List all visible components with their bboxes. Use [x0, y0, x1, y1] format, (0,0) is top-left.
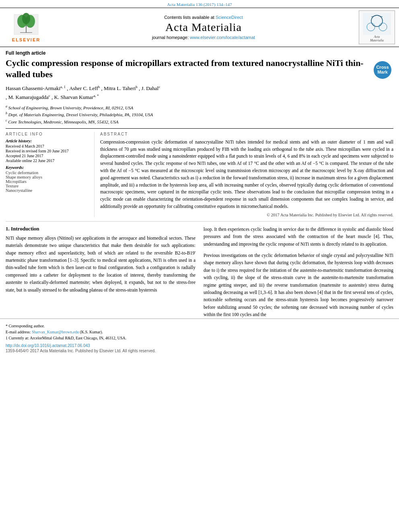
body-left-col: 1. Introduction NiTi shape memory alloys… — [6, 226, 195, 318]
homepage-url[interactable]: www.elsevier.com/locate/actamat — [190, 35, 255, 40]
keyword-item: Shape memory alloys — [6, 175, 88, 179]
affiliations-section: a School of Engineering, Brown Universit… — [0, 103, 399, 128]
abstract-text: Compression-compression cyclic deformati… — [100, 139, 393, 210]
footnote-affil1: 1 Currently at: ArcelorMittal Global R&D… — [6, 335, 393, 341]
journal-title-big: Acta Materialia — [52, 21, 355, 34]
crossmark-logo: Cross Mark — [372, 60, 393, 82]
acta-materialia-logo: ActaMaterialia — [359, 10, 395, 44]
acta-logo-icon — [363, 13, 391, 35]
author2-sup: b — [98, 85, 100, 89]
received-date: Received 4 March 2017 — [6, 144, 88, 148]
homepage-line: journal homepage: www.elsevier.com/locat… — [52, 35, 355, 40]
intro-heading: 1. Introduction — [6, 226, 195, 232]
keywords-list: Cyclic deformationShape memory alloysMic… — [6, 170, 88, 193]
keyword-item: Texture — [6, 184, 88, 188]
footnote-email: E-mail address: Sharvan_Kumar@brown.edu … — [6, 329, 393, 335]
issn-line: 1359-6454/© 2017 Acta Materialia Inc. Pu… — [0, 349, 399, 356]
body-right-col: loop. It then experiences cyclic loading… — [204, 226, 393, 318]
author3-sup: b — [136, 85, 138, 89]
svg-text:Mark: Mark — [377, 70, 388, 74]
journal-header: ELSEVIER Contents lists available at Sci… — [0, 8, 399, 47]
svg-text:Cross: Cross — [376, 65, 389, 70]
intro-right-para2: Previous investigations on the cyclic de… — [204, 252, 393, 318]
author6-name: , K. Sharvan Kumar — [51, 94, 93, 100]
info-abstract-section: ARTICLE INFO Article history: Received 4… — [0, 129, 399, 217]
author5-sup: c — [49, 94, 50, 98]
accepted-date: Accepted 21 June 2017 — [6, 154, 88, 158]
affil-line: c Core Technologies, Medtronic, Minneapo… — [6, 118, 393, 125]
received-revised-date: Received in revised form 20 June 2017 — [6, 149, 88, 153]
journal-center-info: Contents lists available at ScienceDirec… — [52, 15, 355, 40]
author2-name: , Asher C. Leff — [67, 85, 98, 91]
article-info-block: Article history: Received 4 March 2017 R… — [6, 139, 88, 193]
svg-rect-6 — [363, 13, 391, 35]
affil-line: a School of Engineering, Brown Universit… — [6, 104, 393, 111]
affil-line: b Dept. of Materials Engineering, Drexel… — [6, 111, 393, 118]
contents-line: Contents lists available at ScienceDirec… — [52, 15, 355, 20]
author6-sup: a, * — [93, 94, 99, 98]
article-info-col: ARTICLE INFO Article history: Received 4… — [6, 132, 94, 217]
copyright-line: © 2017 Acta Materialia Inc. Published by… — [100, 213, 393, 217]
author4-sup: c — [158, 85, 160, 89]
author1-name: Hassan Ghassemi-Armaki — [6, 85, 60, 91]
intro-left-para1: NiTi shape memory alloys (Nitinol) see a… — [6, 234, 195, 294]
keywords-heading: Keywords: — [6, 165, 88, 170]
email-link[interactable]: Sharvan_Kumar@brown.edu — [32, 330, 79, 334]
body-section: 1. Introduction NiTi shape memory alloys… — [0, 222, 399, 318]
elsevier-label: ELSEVIER — [12, 37, 40, 42]
elsevier-logo: ELSEVIER — [4, 12, 48, 42]
keyword-item: Micropillars — [6, 179, 88, 184]
authors-section: Hassan Ghassemi-Armakia, 1 , Asher C. Le… — [0, 84, 399, 103]
footnote-corresponding: * Corresponding author. — [6, 323, 393, 329]
elsevier-tree-icon — [12, 12, 40, 37]
top-bar: Acta Materialia 136 (2017) 134–147 — [0, 0, 399, 8]
intro-right-para1: loop. It then experiences cyclic loading… — [204, 226, 393, 248]
history-heading: Article history: — [6, 139, 88, 143]
article-type-label: Full length article — [0, 47, 399, 56]
article-main-title: Cyclic compression response of micropill… — [6, 58, 367, 80]
abstract-col: ABSTRACT Compression-compression cyclic … — [94, 132, 393, 217]
author3-name: , Mitra L. Taheri — [101, 85, 136, 91]
sciencedirect-link[interactable]: ScienceDirect — [216, 15, 243, 20]
available-online-date: Available online 22 June 2017 — [6, 158, 88, 163]
article-info-heading: ARTICLE INFO — [6, 132, 88, 136]
journal-ref: Acta Materialia 136 (2017) 134–147 — [167, 2, 232, 7]
svg-point-4 — [22, 13, 30, 24]
author1-sup: a, 1 — [60, 85, 66, 89]
author4-name: , J. Dahal — [139, 85, 158, 91]
footnote-section: * Corresponding author. E-mail address: … — [0, 318, 399, 343]
doi-line[interactable]: http://dx.doi.org/10.1016/j.actamat.2017… — [0, 343, 399, 349]
abstract-heading: ABSTRACT — [100, 132, 393, 136]
acta-logo-text: ActaMaterialia — [370, 35, 384, 42]
keyword-item: Nanocrystalline — [6, 188, 88, 193]
keyword-item: Cyclic deformation — [6, 170, 88, 175]
crossmark-icon: Cross Mark — [372, 60, 393, 80]
author5-name: , M. Kamarajugadda — [6, 94, 49, 100]
article-title-section: Cyclic compression response of micropill… — [0, 56, 399, 84]
